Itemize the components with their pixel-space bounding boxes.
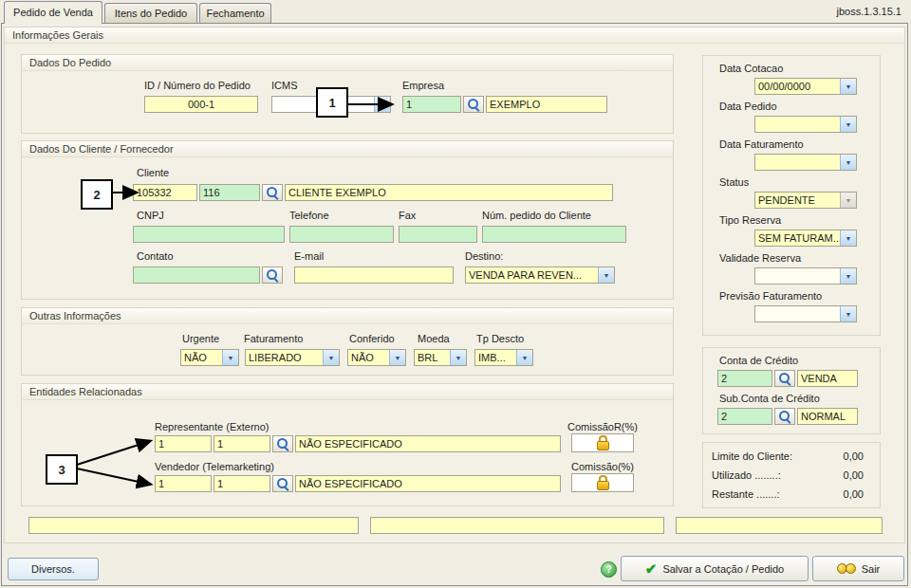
diversos-button-label: Diversos. xyxy=(31,563,75,575)
conta-credito-code-field[interactable]: 2 xyxy=(717,370,772,387)
conferido-combo[interactable]: NÃO ▼ xyxy=(347,349,406,366)
data-cotacao-combo[interactable]: 00/00/0000 ▼ xyxy=(754,78,857,95)
faturamento-combo[interactable]: LIBERADO ▼ xyxy=(245,349,340,366)
magnifier-icon xyxy=(779,411,791,423)
conta-credito-label: Conta de Crédito xyxy=(719,355,798,366)
tab-bar: Pedido de Venda Itens do Pedido Fechamen… xyxy=(0,0,911,23)
dados-do-pedido-title: Dados Do Pedido xyxy=(22,55,673,71)
magnifier-icon xyxy=(277,438,289,450)
help-icon[interactable]: ? xyxy=(601,561,617,578)
salvar-button[interactable]: ✔ Salvar a Cotação / Pedido xyxy=(621,556,809,581)
cnpj-field[interactable] xyxy=(133,226,285,243)
vendedor-loja-field[interactable]: 1 xyxy=(214,475,270,492)
chevron-down-icon[interactable]: ▼ xyxy=(450,350,466,365)
cliente-loja-field[interactable]: 116 xyxy=(199,184,260,201)
contato-search-button[interactable] xyxy=(262,266,283,284)
destino-value: VENDA PARA REVEN... xyxy=(466,267,598,283)
annotation-callout-1: 1 xyxy=(316,87,348,118)
chevron-down-icon[interactable]: ▼ xyxy=(840,79,856,94)
chevron-down-icon[interactable]: ▼ xyxy=(840,155,856,170)
subconta-credito-code-field[interactable]: 2 xyxy=(717,408,772,425)
data-pedido-combo[interactable]: ▼ xyxy=(754,116,857,133)
tab-pedido-de-venda[interactable]: Pedido de Venda xyxy=(4,1,102,24)
email-field[interactable] xyxy=(294,266,454,284)
num-pedido-cliente-field[interactable] xyxy=(482,226,626,243)
cliente-search-button[interactable] xyxy=(262,184,283,201)
observacao-field-2[interactable] xyxy=(370,517,664,534)
comissao-r-field[interactable] xyxy=(571,433,634,452)
cliente-name-field[interactable]: CLIENTE EXEMPLO xyxy=(285,184,613,201)
tp-descto-value: IMB... xyxy=(475,350,516,365)
telefone-field[interactable] xyxy=(289,226,394,243)
annotation-callout-3: 3 xyxy=(46,454,78,485)
chevron-down-icon[interactable]: ▼ xyxy=(323,350,339,365)
validade-reserva-combo[interactable]: ▼ xyxy=(754,267,857,285)
destino-combo[interactable]: VENDA PARA REVEN... ▼ xyxy=(465,266,615,284)
tipo-reserva-value: SEM FATURAM... xyxy=(755,230,840,246)
previsao-faturamento-combo[interactable]: ▼ xyxy=(754,305,857,322)
chevron-down-icon[interactable]: ▼ xyxy=(840,117,856,132)
subconta-credito-name-field[interactable]: NORMAL xyxy=(797,408,858,425)
chevron-down-icon[interactable]: ▼ xyxy=(840,268,856,284)
empresa-name-field[interactable]: EXEMPLO xyxy=(486,96,607,113)
vendedor-search-button[interactable] xyxy=(272,475,293,492)
tab-fechamento[interactable]: Fechamento xyxy=(199,3,271,23)
conta-credito-name-field[interactable]: VENDA xyxy=(797,370,858,387)
vendedor-code-field[interactable]: 1 xyxy=(155,475,212,492)
empresa-code-field[interactable]: 1 xyxy=(402,96,461,113)
diversos-button[interactable]: Diversos. xyxy=(8,558,99,580)
sair-button[interactable]: Sair xyxy=(812,556,904,581)
representante-label: Representante (Externo) xyxy=(155,421,269,432)
data-pedido-label: Data Pedido xyxy=(719,101,777,112)
tab-itens-do-pedido[interactable]: Itens do Pedido xyxy=(104,3,197,23)
comissao-field[interactable] xyxy=(571,473,634,492)
tp-descto-combo[interactable]: IMB... ▼ xyxy=(474,349,533,366)
previsao-faturamento-label: Previsão Faturamento xyxy=(719,290,822,302)
conta-credito-search-button[interactable] xyxy=(774,370,795,387)
conferido-value: NÃO xyxy=(348,350,389,365)
dados-do-cliente-title: Dados Do Cliente / Fornecedor xyxy=(22,141,673,157)
annotation-callout-2: 2 xyxy=(81,179,113,210)
vendedor-name-field[interactable]: NÃO ESPECIFICADO xyxy=(295,475,561,492)
chevron-down-icon: ▼ xyxy=(840,193,856,208)
icms-label: ICMS xyxy=(271,80,298,91)
chevron-down-icon[interactable]: ▼ xyxy=(598,267,614,283)
data-faturamento-combo[interactable]: ▼ xyxy=(754,154,857,171)
status-value: PENDENTE xyxy=(755,193,840,208)
chevron-down-icon[interactable]: ▼ xyxy=(222,350,238,365)
representante-name-field[interactable]: NÃO ESPECIFICADO xyxy=(295,435,561,452)
status-combo[interactable]: PENDENTE ▼ xyxy=(754,192,857,209)
empresa-search-button[interactable] xyxy=(463,96,484,113)
chevron-down-icon[interactable]: ▼ xyxy=(840,306,856,322)
moeda-value: BRL xyxy=(415,350,450,365)
id-numero-pedido-field[interactable]: 000-1 xyxy=(144,96,258,113)
check-icon: ✔ xyxy=(645,561,658,576)
empresa-label: Empresa xyxy=(402,80,444,91)
salvar-button-label: Salvar a Cotação / Pedido xyxy=(662,563,784,575)
subconta-credito-search-button[interactable] xyxy=(774,408,795,425)
chevron-down-icon[interactable]: ▼ xyxy=(840,230,856,246)
representante-search-button[interactable] xyxy=(272,435,293,452)
data-faturamento-label: Data Faturamento xyxy=(719,138,804,150)
restante-label: Restante .......: xyxy=(712,488,780,500)
chevron-down-icon[interactable]: ▼ xyxy=(389,350,405,365)
padlock-icon xyxy=(596,475,610,490)
contato-field[interactable] xyxy=(133,266,260,284)
entidades-relacionadas-title: Entidades Relacionadas xyxy=(22,384,673,400)
representante-loja-field[interactable]: 1 xyxy=(214,435,270,452)
limite-cliente-label: Limite do Cliente: xyxy=(712,450,792,462)
observacao-field-3[interactable] xyxy=(676,517,883,534)
cliente-code-field[interactable]: 105332 xyxy=(133,184,197,201)
representante-code-field[interactable]: 1 xyxy=(155,435,212,452)
moeda-combo[interactable]: BRL ▼ xyxy=(414,349,467,366)
urgente-combo[interactable]: NÃO ▼ xyxy=(180,349,239,366)
fax-field[interactable] xyxy=(399,226,477,243)
tipo-reserva-combo[interactable]: SEM FATURAM... ▼ xyxy=(754,230,857,247)
contato-label: Contato xyxy=(137,250,174,262)
comissao-r-label: ComissãoR(%) xyxy=(567,421,638,432)
num-pedido-cliente-label: Núm. pedido do Cliente xyxy=(482,210,591,221)
data-pedido-value xyxy=(755,117,840,132)
observacao-field-1[interactable] xyxy=(28,517,359,534)
chevron-down-icon[interactable]: ▼ xyxy=(516,350,532,365)
padlock-icon xyxy=(596,435,610,450)
